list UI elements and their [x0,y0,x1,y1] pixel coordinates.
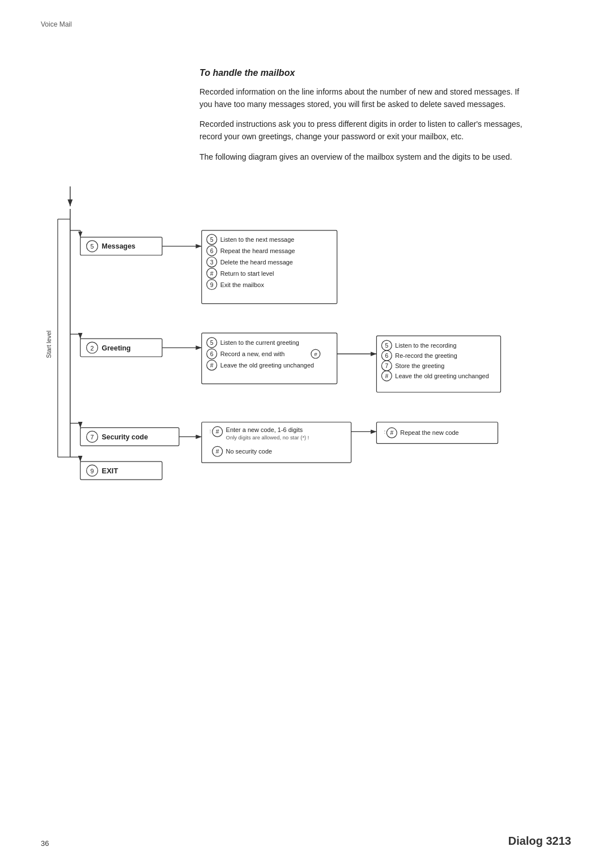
svg-text:3: 3 [210,259,214,266]
svg-text:#: # [314,351,317,357]
svg-text:#: # [390,430,393,437]
svg-text:Repeat the new code: Repeat the new code [400,430,458,437]
svg-text:5: 5 [210,237,214,243]
intro-para3: The following diagram gives an overview … [199,151,534,164]
brand-label: Dialog 3213 [508,835,571,848]
svg-text:Listen to the recording: Listen to the recording [395,342,456,349]
svg-text:Leave the old greeting unchang: Leave the old greeting unchanged [220,362,314,369]
svg-text:6: 6 [210,248,214,254]
page-number: 36 [41,839,49,848]
svg-text:Listen to the current greeting: Listen to the current greeting [220,340,299,347]
intro-para2: Recorded instructions ask you to press d… [199,118,534,143]
svg-text:Repeat the heard message: Repeat the heard message [220,247,295,254]
svg-text:Leave the old greeting unchang: Leave the old greeting unchanged [395,373,488,379]
diagram: Start level 5 Messages 5 Listen to the [41,180,571,531]
svg-text:9: 9 [210,282,214,288]
svg-text:#: # [210,362,214,369]
svg-text:Only digits are allowed, no st: Only digits are allowed, no star (*) ! [226,435,309,441]
svg-text:6: 6 [385,353,388,359]
svg-text:Delete the heard message: Delete the heard message [220,259,293,266]
svg-text:No security code: No security code [226,448,272,455]
svg-text:#: # [385,373,388,379]
svg-text:5: 5 [210,340,214,347]
svg-text:Re-record the greeting: Re-record the greeting [395,352,457,359]
messages-key: 5 [91,243,94,250]
svg-text:#: # [216,429,219,435]
svg-text:Return to start level: Return to start level [220,270,274,277]
svg-text:7: 7 [385,363,388,369]
svg-text:#: # [216,449,219,455]
svg-text:9: 9 [91,468,94,474]
svg-text:#: # [210,271,214,277]
svg-text:EXIT: EXIT [102,467,118,475]
svg-text:Store the greeting: Store the greeting [395,362,444,369]
svg-text:Greeting: Greeting [102,344,131,352]
svg-text:Enter a new code, 1-6 digits: Enter a new code, 1-6 digits [226,427,303,434]
section-title: To handle the mailbox [199,68,571,78]
start-level-label: Start level [45,331,52,358]
svg-text:2: 2 [91,345,94,352]
messages-label: Messages [102,243,136,251]
svg-text:Security code: Security code [102,433,148,441]
svg-text:Exit the mailbox: Exit the mailbox [220,281,265,288]
svg-text:Listen to the next message: Listen to the next message [220,236,295,243]
svg-text:6: 6 [210,351,214,357]
intro-para1: Recorded information on the line informs… [199,86,534,110]
svg-text:7: 7 [91,434,94,441]
svg-text:Record a new, end with: Record a new, end with [220,350,285,357]
page-header-label: Voice Mail [41,20,72,28]
svg-text:5: 5 [385,343,388,349]
